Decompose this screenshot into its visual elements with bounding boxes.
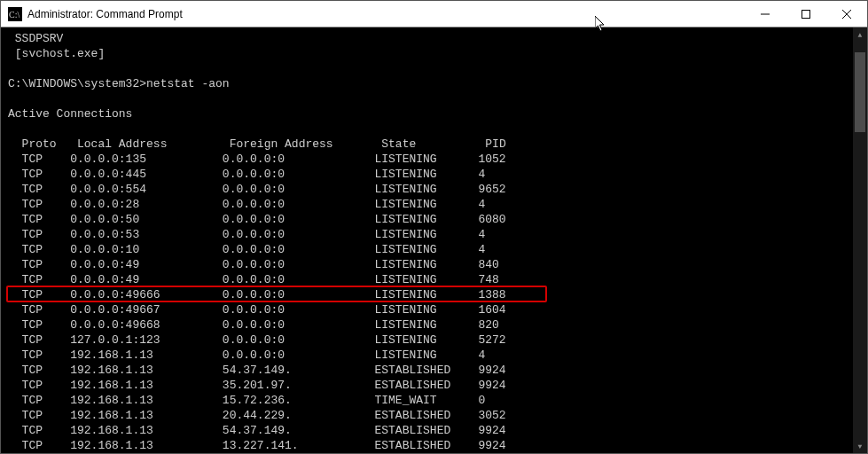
cell-foreign: 54.37.149. (223, 363, 375, 378)
cell-pid: 4 (478, 197, 485, 212)
table-row: TCP0.0.0.0:5540.0.0.0:0LISTENING9652 (8, 182, 849, 197)
output-line: SSDPSRV (8, 31, 849, 46)
scrollbar[interactable]: ▲ ▼ (853, 27, 867, 453)
cell-proto: TCP (22, 167, 71, 182)
cell-local: 192.168.1.13 (70, 378, 223, 393)
cell-proto: TCP (22, 348, 71, 363)
cell-proto: TCP (22, 363, 71, 378)
cell-local: 0.0.0.0:28 (70, 197, 223, 212)
cell-foreign: 0.0.0.0:0 (223, 257, 375, 272)
cell-proto: TCP (22, 272, 71, 287)
cell-local: 0.0.0.0:445 (70, 167, 223, 182)
cell-local: 0.0.0.0:50 (70, 212, 223, 227)
cell-proto: TCP (22, 257, 71, 272)
output-line (8, 91, 849, 106)
svg-text:C:\: C:\ (9, 10, 20, 20)
cell-state: LISTENING (374, 212, 478, 227)
output-line: Active Connections (8, 106, 849, 121)
cell-state: LISTENING (374, 317, 478, 333)
col-foreign: Foreign Address (230, 137, 382, 152)
cell-foreign: 54.37.149. (223, 423, 375, 438)
cell-foreign: 0.0.0.0:0 (223, 182, 375, 197)
cell-state: LISTENING (374, 333, 478, 348)
cell-state: LISTENING (374, 152, 478, 167)
col-local: Local Address (77, 137, 230, 152)
table-row: TCP0.0.0.0:100.0.0.0:0LISTENING4 (8, 242, 849, 257)
cell-foreign: 15.72.236. (223, 393, 375, 408)
table-row: TCP192.168.1.1320.44.229.ESTABLISHED3052 (8, 408, 849, 423)
cell-foreign: 0.0.0.0:0 (223, 348, 375, 363)
cell-foreign: 35.201.97. (223, 378, 375, 393)
cell-local: 192.168.1.13 (70, 393, 223, 408)
cell-state: ESTABLISHED (374, 378, 478, 393)
cell-state: LISTENING (374, 242, 478, 257)
cell-proto: TCP (22, 197, 71, 212)
table-row: TCP192.168.1.1315.72.236.TIME_WAIT0 (8, 393, 849, 408)
table-row: TCP0.0.0.0:490.0.0.0:0LISTENING748 (8, 272, 849, 287)
cell-pid: 1052 (478, 152, 505, 167)
cell-local: 192.168.1.13 (70, 363, 223, 378)
terminal-area[interactable]: SSDPSRV [svchost.exe] C:\WINDOWS\system3… (1, 27, 867, 453)
scroll-up-arrow[interactable]: ▲ (853, 27, 867, 42)
minimize-button[interactable] (745, 1, 786, 27)
cell-pid: 4 (478, 348, 485, 363)
cell-local: 0.0.0.0:10 (70, 242, 223, 257)
cell-foreign: 0.0.0.0:0 (223, 272, 375, 287)
cell-state: ESTABLISHED (374, 363, 478, 378)
table-row: TCP127.0.0.1:1230.0.0.0:0LISTENING5272 (8, 333, 849, 348)
cell-pid: 4 (478, 242, 485, 257)
cell-proto: TCP (22, 393, 71, 408)
table-row: TCP0.0.0.0:496660.0.0.0:0LISTENING1388 (8, 287, 849, 302)
cell-proto: TCP (22, 378, 71, 393)
output-line (8, 61, 849, 76)
cell-state: LISTENING (374, 302, 478, 317)
cell-foreign: 0.0.0.0:0 (223, 197, 375, 212)
table-row: TCP192.168.1.1335.201.97.ESTABLISHED9924 (8, 378, 849, 393)
col-state: State (381, 137, 485, 152)
cell-local: 0.0.0.0:49 (70, 257, 223, 272)
cell-foreign: 0.0.0.0:0 (223, 287, 375, 302)
cell-pid: 4 (478, 227, 485, 242)
cell-local: 0.0.0.0:49666 (70, 287, 223, 302)
window-title: Administrator: Command Prompt (27, 8, 183, 20)
cell-foreign: 13.227.141. (223, 438, 375, 453)
cell-pid: 9652 (478, 182, 505, 197)
cell-proto: TCP (22, 242, 71, 257)
cell-local: 192.168.1.13 (70, 423, 223, 438)
cell-state: ESTABLISHED (374, 408, 478, 423)
cell-local: 192.168.1.13 (70, 408, 223, 423)
cell-local: 192.168.1.13 (70, 438, 223, 453)
cell-state: ESTABLISHED (374, 438, 478, 453)
output-line: C:\WINDOWS\system32>netstat -aon (8, 76, 849, 91)
table-header: ProtoLocal AddressForeign AddressStatePI… (8, 137, 849, 152)
cell-proto: TCP (22, 408, 71, 423)
cell-state: LISTENING (374, 197, 478, 212)
table-row: TCP0.0.0.0:4450.0.0.0:0LISTENING4 (8, 167, 849, 182)
cell-foreign: 0.0.0.0:0 (223, 302, 375, 317)
cell-pid: 9924 (478, 438, 505, 453)
cell-pid: 3052 (478, 408, 505, 423)
titlebar[interactable]: C:\ Administrator: Command Prompt (1, 1, 867, 27)
output-line: [svchost.exe] (8, 46, 849, 61)
cell-proto: TCP (22, 438, 71, 453)
cell-state: TIME_WAIT (374, 393, 478, 408)
table-row: TCP192.168.1.1354.37.149.ESTABLISHED9924 (8, 363, 849, 378)
cell-local: 0.0.0.0:49668 (70, 317, 223, 333)
maximize-button[interactable] (786, 1, 826, 27)
table-row: TCP0.0.0.0:280.0.0.0:0LISTENING4 (8, 197, 849, 212)
cell-local: 0.0.0.0:554 (70, 182, 223, 197)
terminal-output: SSDPSRV [svchost.exe] C:\WINDOWS\system3… (1, 27, 853, 453)
close-button[interactable] (826, 1, 867, 27)
col-pid: PID (485, 137, 505, 152)
cell-local: 0.0.0.0:49667 (70, 302, 223, 317)
cell-pid: 820 (478, 317, 498, 333)
scrollbar-thumb[interactable] (855, 52, 865, 132)
cell-proto: TCP (22, 287, 71, 302)
scroll-down-arrow[interactable]: ▼ (853, 439, 867, 453)
cell-pid: 9924 (478, 363, 505, 378)
cell-proto: TCP (22, 333, 71, 348)
cell-proto: TCP (22, 317, 71, 333)
table-row: TCP0.0.0.0:500.0.0.0:0LISTENING6080 (8, 212, 849, 227)
table-row: TCP192.168.1.1313.227.141.ESTABLISHED992… (8, 438, 849, 453)
cmd-icon: C:\ (8, 7, 22, 21)
